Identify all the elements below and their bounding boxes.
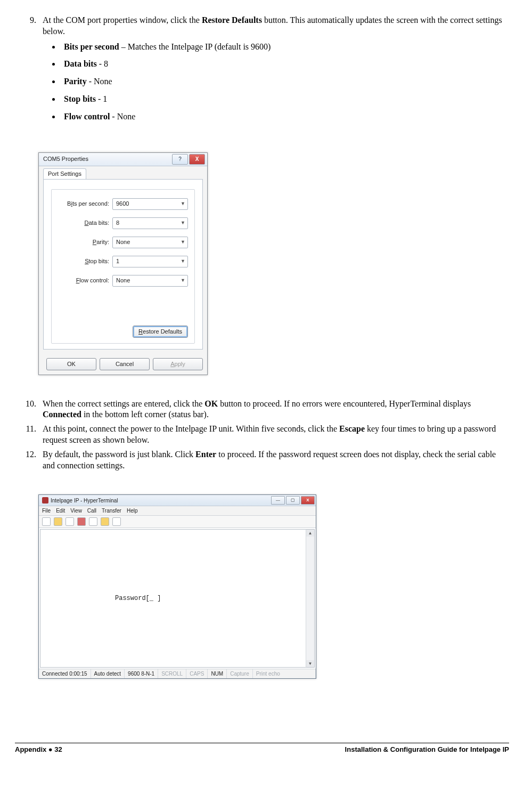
minimize-button[interactable]: — [271, 496, 285, 505]
setting-stopbits: Stop bits - 1 [61, 94, 509, 105]
setting-flow: Flow control - None [61, 111, 509, 123]
label-parity: Parity: [58, 238, 112, 246]
step11-a: At this point, connect the power to the … [43, 424, 339, 433]
toolbar-receive-icon[interactable] [101, 517, 109, 526]
status-num: NUM [208, 669, 227, 678]
help-button[interactable]: ? [172, 154, 188, 165]
status-echo: Print echo [253, 669, 316, 678]
settings-panel: Bits per second: 9600▼ Data bits: 8▼ Par… [51, 189, 195, 344]
step11-b1: Escape [339, 424, 365, 433]
step9-bold-a: Restore Defaults [202, 15, 262, 25]
menu-view[interactable]: View [70, 507, 82, 514]
maximize-button[interactable]: ▢ [286, 496, 300, 505]
select-stopbits[interactable]: 1▼ [112, 256, 188, 267]
setting-stopbits-label: Stop bits [64, 94, 96, 103]
select-bps-value: 9600 [116, 200, 129, 207]
ht-statusbar: Connected 0:00:15 Auto detect 9600 8-N-1… [39, 669, 316, 678]
menu-edit[interactable]: Edit [56, 507, 65, 514]
apply-button[interactable]: Apply [153, 358, 203, 370]
label-bps: Bits per second: [58, 200, 112, 207]
toolbar-open-icon[interactable] [54, 517, 62, 526]
step9-text-a: At the COM port properties window, click… [43, 15, 202, 25]
ht-toolbar [39, 516, 316, 528]
chevron-down-icon: ▼ [181, 220, 185, 226]
select-flow-value: None [116, 277, 130, 284]
select-parity[interactable]: None▼ [112, 237, 188, 248]
setting-bps-label: Bits per second [64, 42, 119, 51]
step12-a: By default, the password is just blank. … [43, 450, 195, 459]
toolbar-disconnect-icon[interactable] [77, 517, 86, 526]
close-button[interactable]: X [301, 496, 315, 505]
setting-parity-label: Parity [64, 77, 87, 86]
step10-a: When the correct settings are entered, c… [43, 399, 204, 408]
footer-left-b: 32 [53, 745, 62, 753]
step10-c: button to proceed. If no errors were enc… [218, 399, 471, 408]
setting-parity: Parity - None [61, 76, 509, 87]
setting-parity-rest: - None [87, 77, 112, 86]
status-auto: Auto detect [91, 669, 125, 678]
setting-stopbits-rest: - 1 [96, 94, 107, 103]
select-parity-value: None [116, 238, 130, 246]
select-bps[interactable]: 9600▼ [112, 198, 188, 210]
setting-flow-rest: - None [110, 112, 135, 121]
setting-databits-rest: - 8 [97, 59, 108, 68]
dialog-title: COM5 Properties [43, 155, 88, 163]
status-capture: Capture [227, 669, 253, 678]
menu-help[interactable]: Help [127, 507, 138, 514]
select-flow[interactable]: None▼ [112, 275, 188, 287]
step12-b1: Enter [195, 450, 216, 459]
label-databits: Data bits: [58, 219, 112, 226]
menu-transfer[interactable]: Transfer [102, 507, 121, 514]
select-databits-value: 8 [116, 219, 119, 226]
scroll-down-icon[interactable]: ▼ [306, 660, 314, 667]
footer-right: Installation & Configuration Guide for I… [345, 745, 509, 754]
chevron-down-icon: ▼ [181, 278, 185, 284]
footer-left: Appendix ● 32 [15, 745, 62, 754]
ht-title-text: Intelpage IP - HyperTerminal [51, 497, 118, 504]
page-footer: Appendix ● 32 Installation & Configurati… [15, 743, 509, 754]
cancel-button[interactable]: Cancel [100, 358, 150, 370]
chevron-down-icon: ▼ [181, 201, 185, 207]
step10-d: in the bottom left corner (status bar). [81, 410, 209, 419]
toolbar-connect-icon[interactable] [66, 517, 74, 526]
step10-b1: OK [204, 399, 218, 408]
footer-dot-icon: ● [48, 745, 53, 753]
status-connected: Connected 0:00:15 [39, 669, 91, 678]
scroll-up-icon[interactable]: ▲ [306, 530, 314, 537]
status-scroll: SCROLL [158, 669, 186, 678]
settings-list: Bits per second – Matches the Intelpage … [43, 42, 509, 123]
setting-databits-label: Data bits [64, 59, 97, 68]
restore-defaults-button[interactable]: Restore Defaults [133, 326, 188, 338]
menu-file[interactable]: File [42, 507, 51, 514]
step-9: At the COM port properties window, click… [38, 15, 509, 123]
status-caps: CAPS [186, 669, 208, 678]
ok-button[interactable]: OK [46, 358, 96, 370]
chevron-down-icon: ▼ [181, 258, 185, 265]
ht-titlebar: Intelpage IP - HyperTerminal — ▢ X [39, 495, 316, 506]
step-12: By default, the password is just blank. … [38, 449, 509, 472]
setting-flow-label: Flow control [64, 112, 110, 121]
select-stopbits-value: 1 [116, 257, 119, 265]
com-properties-dialog: COM5 Properties ? X Port Settings Bits p… [38, 152, 208, 375]
step-10: When the correct settings are entered, c… [38, 399, 509, 421]
dialog-titlebar: COM5 Properties ? X [39, 153, 207, 166]
label-stopbits: Stop bits: [58, 257, 112, 265]
terminal-area[interactable]: Password[_ ] [40, 529, 306, 668]
setting-databits: Data bits - 8 [61, 59, 509, 70]
ht-app-icon [42, 497, 48, 504]
tab-port-settings[interactable]: Port Settings [43, 168, 86, 179]
toolbar-properties-icon[interactable] [112, 517, 121, 526]
setting-bps: Bits per second – Matches the Intelpage … [61, 42, 509, 53]
scrollbar[interactable]: ▲ ▼ [306, 529, 315, 668]
close-button[interactable]: X [189, 154, 205, 165]
tab-page: Bits per second: 9600▼ Data bits: 8▼ Par… [43, 179, 203, 350]
status-mode: 9600 8-N-1 [125, 669, 158, 678]
hyperterminal-window: Intelpage IP - HyperTerminal — ▢ X File … [38, 494, 316, 679]
select-databits[interactable]: 8▼ [112, 217, 188, 229]
menu-call[interactable]: Call [87, 507, 96, 514]
toolbar-send-icon[interactable] [89, 517, 97, 526]
step-11: At this point, connect the power to the … [38, 424, 509, 446]
toolbar-new-icon[interactable] [42, 517, 51, 526]
step10-b2: Connected [43, 410, 81, 419]
terminal-text: Password[_ ] [115, 595, 161, 603]
